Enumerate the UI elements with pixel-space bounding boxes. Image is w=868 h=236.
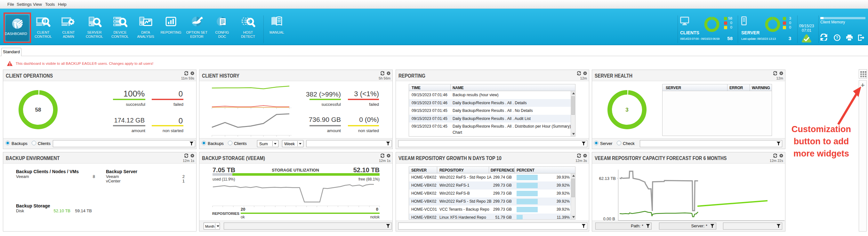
svg-text:3: 3	[625, 107, 628, 113]
svg-text:58: 58	[35, 107, 41, 113]
svg-text:?: ?	[836, 35, 838, 40]
